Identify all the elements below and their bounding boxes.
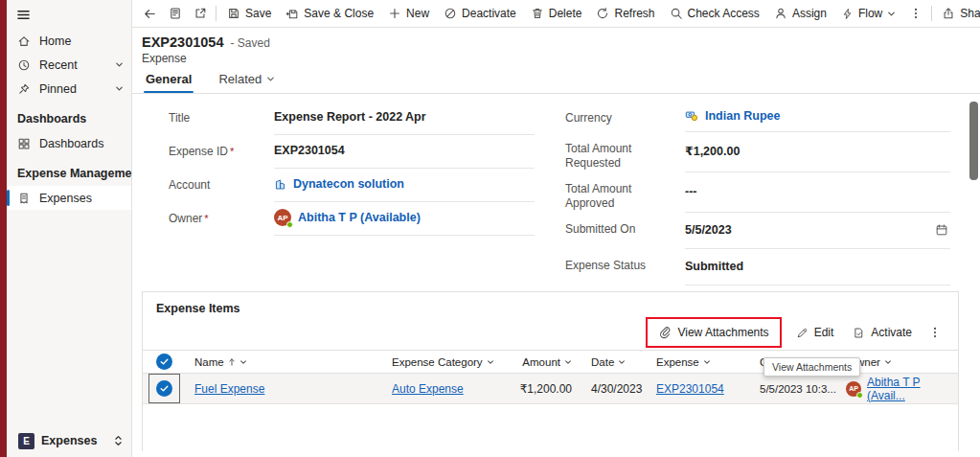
popout-button[interactable]	[188, 2, 212, 25]
sidebar-item-label: Home	[39, 34, 124, 48]
hamburger-icon	[16, 8, 31, 22]
row-date: 4/30/2023	[581, 382, 647, 396]
total-requested-value: ₹1,200.00	[685, 132, 950, 172]
column-header-expense-category[interactable]: Expense Category	[382, 356, 507, 368]
record-form-button[interactable]	[163, 2, 187, 25]
check-access-button[interactable]: Check Access	[663, 2, 766, 25]
sidebar-item-dashboards[interactable]: Dashboards	[7, 131, 131, 155]
account-link[interactable]: Dynatecon solution	[293, 177, 404, 191]
row-created-on: 5/5/2023 10:3...	[750, 383, 838, 395]
app-sidebar: Home Recent Pinned Dashboards Dashboards…	[7, 0, 132, 457]
main-area: Save Save & Close New Deactivate Delete …	[132, 0, 980, 457]
row-owner-link[interactable]: Abitha T P (Avail...	[867, 376, 950, 402]
column-header-name[interactable]: Name	[185, 356, 382, 368]
total-approved-value: ---	[685, 172, 950, 213]
save-button[interactable]: Save	[220, 2, 278, 25]
column-header-date[interactable]: Date	[581, 356, 647, 368]
refresh-button[interactable]: Refresh	[589, 2, 661, 25]
tab-related[interactable]: Related	[217, 72, 277, 93]
edit-icon	[796, 327, 809, 339]
subgrid-more-button[interactable]	[923, 321, 946, 344]
required-asterisk: *	[204, 213, 208, 224]
flow-icon	[841, 8, 854, 20]
title-input[interactable]: Expense Report - 2022 Apr	[274, 102, 535, 135]
currency-lookup: Indian Rupee	[685, 102, 950, 132]
sidebar-item-label: Recent	[39, 58, 106, 72]
calendar-icon[interactable]	[935, 223, 948, 237]
hamburger-menu-button[interactable]	[7, 0, 131, 29]
tab-general[interactable]: General	[144, 72, 194, 93]
save-status: - Saved	[230, 36, 269, 50]
sidebar-item-recent[interactable]: Recent	[7, 53, 131, 77]
deactivate-button[interactable]: Deactivate	[437, 2, 523, 25]
row-name-link[interactable]: Fuel Expense	[194, 382, 264, 396]
assign-button[interactable]: Assign	[767, 2, 833, 25]
field-expense-status: Expense Status Submitted	[565, 249, 959, 286]
field-label: Expense ID	[169, 145, 228, 158]
select-all-checkbox[interactable]	[156, 354, 172, 370]
command-bar: Save Save & Close New Deactivate Delete …	[132, 0, 980, 28]
new-button[interactable]: New	[381, 2, 436, 25]
chevron-down-icon	[115, 84, 124, 93]
share-button[interactable]: Share	[935, 2, 980, 25]
scrollbar-thumb[interactable]	[969, 102, 978, 180]
column-header-expense[interactable]: Expense	[647, 356, 750, 368]
account-icon	[274, 178, 286, 191]
expense-id-input[interactable]: EXP2301054	[274, 135, 535, 169]
refresh-icon	[596, 7, 609, 20]
back-button[interactable]	[138, 2, 162, 25]
activate-button[interactable]: Activate	[844, 320, 921, 345]
share-icon	[942, 7, 955, 20]
field-label: Title	[169, 111, 190, 125]
column-header-amount[interactable]: Amount	[507, 356, 581, 368]
more-commands-button[interactable]	[903, 2, 927, 25]
dashboards-icon	[17, 137, 31, 150]
chevron-up-down-icon	[114, 434, 123, 447]
save-and-close-icon	[285, 7, 299, 20]
deactivate-icon	[444, 7, 457, 20]
expense-status-value: Submitted	[685, 249, 950, 286]
row-category-link[interactable]: Auto Expense	[392, 382, 464, 396]
owner-link[interactable]: Abitha T P (Available)	[298, 211, 421, 224]
save-and-close-button[interactable]: Save & Close	[279, 2, 380, 25]
trash-icon	[531, 7, 544, 20]
sidebar-group-dashboards: Dashboards	[7, 101, 131, 131]
field-label: Account	[169, 178, 210, 192]
view-attachments-button[interactable]: View Attachments	[650, 320, 777, 345]
back-icon	[143, 7, 157, 21]
vertical-scrollbar[interactable]	[969, 101, 979, 457]
flow-button[interactable]: Flow	[834, 2, 902, 25]
chevron-down-icon	[239, 358, 247, 366]
sidebar-item-pinned[interactable]: Pinned	[7, 77, 131, 101]
general-section: Title Expense Report - 2022 Apr Expense …	[142, 94, 959, 284]
page-header: EXP2301054 - Saved Expense General Relat…	[132, 28, 980, 94]
sidebar-item-label: Expenses	[39, 192, 124, 205]
sidebar-item-label: Dashboards	[39, 137, 124, 150]
currency-link[interactable]: Indian Rupee	[705, 109, 780, 123]
sidebar-item-home[interactable]: Home	[7, 29, 131, 53]
view-attachments-tooltip: View Attachments	[763, 357, 860, 377]
edit-button[interactable]: Edit	[787, 320, 843, 345]
attachment-icon	[658, 326, 672, 339]
sidebar-item-expenses[interactable]: Expenses	[7, 186, 131, 210]
chevron-down-icon	[115, 60, 124, 69]
field-label: Total Amount Requested	[565, 142, 631, 170]
submitted-on-input[interactable]: 5/5/2023	[685, 213, 950, 249]
record-form-icon	[169, 7, 182, 20]
delete-button[interactable]: Delete	[524, 2, 589, 25]
presence-indicator	[856, 392, 863, 399]
row-expense-link[interactable]: EXP2301054	[656, 382, 724, 396]
required-asterisk: *	[230, 146, 234, 157]
presence-indicator	[286, 221, 293, 228]
row-checkbox[interactable]	[156, 380, 172, 397]
table-row[interactable]: Fuel Expense Auto Expense ₹1,200.00 4/30…	[143, 374, 958, 404]
sidebar-item-label: Pinned	[39, 82, 106, 96]
field-total-amount-approved: Total Amount Approved ---	[565, 172, 959, 213]
chevron-down-icon	[887, 10, 896, 18]
subgrid-command-bar: View Attachments Edit Activate	[143, 315, 958, 350]
command-bar-divider	[931, 6, 932, 21]
expense-items-subgrid: Expense Items View Attachments Edit Acti…	[142, 291, 959, 451]
field-label: Expense Status	[565, 259, 646, 272]
sidebar-group-expense-management: Expense Management	[7, 155, 131, 186]
area-switcher[interactable]: E Expenses	[7, 428, 131, 453]
